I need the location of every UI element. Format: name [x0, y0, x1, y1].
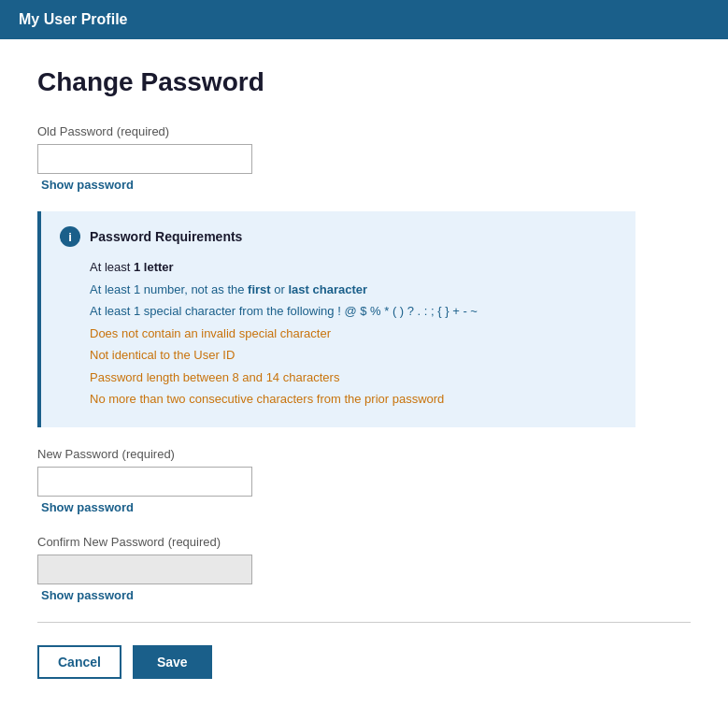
- header-title: My User Profile: [19, 11, 127, 28]
- requirements-header: i Password Requirements: [60, 226, 617, 247]
- req-item-7: No more than two consecutive characters …: [90, 390, 617, 409]
- requirements-box: i Password Requirements At least 1 lette…: [37, 211, 635, 427]
- requirements-title: Password Requirements: [90, 229, 242, 244]
- form-divider: [37, 622, 691, 623]
- new-password-show-link[interactable]: Show password: [41, 500, 134, 514]
- confirm-password-input[interactable]: [37, 555, 252, 584]
- req-item-5: Not identical to the User ID: [90, 346, 617, 365]
- old-password-label: Old Password (required): [37, 123, 691, 138]
- req-item-2: At least 1 number, not as the first or l…: [90, 281, 617, 299]
- info-icon: i: [60, 226, 80, 247]
- save-button[interactable]: Save: [133, 645, 212, 679]
- button-row: Cancel Save: [37, 645, 691, 679]
- confirm-password-show-link[interactable]: Show password: [41, 588, 134, 602]
- confirm-password-label: Confirm New Password (required): [37, 534, 691, 549]
- confirm-password-group: Confirm New Password (required) Show pas…: [37, 534, 691, 603]
- req-item-3: At least 1 special character from the fo…: [90, 302, 617, 321]
- page-title: Change Password: [37, 67, 691, 97]
- old-password-group: Old Password (required) Show password: [37, 123, 691, 193]
- cancel-button[interactable]: Cancel: [37, 645, 121, 679]
- req-item-4: Does not contain an invalid special char…: [90, 324, 617, 343]
- requirements-list: At least 1 letter At least 1 number, not…: [60, 258, 617, 409]
- new-password-label: New Password (required): [37, 446, 691, 461]
- old-password-show-link[interactable]: Show password: [41, 178, 134, 192]
- old-password-input[interactable]: [37, 144, 252, 174]
- new-password-input[interactable]: [37, 467, 252, 497]
- req-item-6: Password length between 8 and 14 charact…: [90, 368, 617, 387]
- req-item-1: At least 1 letter: [90, 258, 617, 277]
- new-password-group: New Password (required) Show password: [37, 446, 691, 515]
- app-header: My User Profile: [0, 0, 728, 39]
- main-content: Change Password Old Password (required) …: [0, 39, 728, 706]
